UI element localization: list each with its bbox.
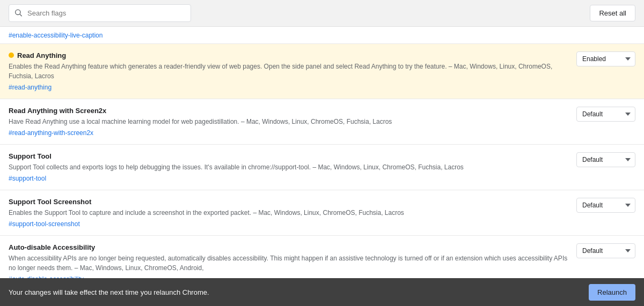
search-input[interactable] bbox=[9, 4, 191, 22]
svg-point-0 bbox=[16, 10, 20, 14]
flag-description-read-anything-with-screen2x: Have Read Anything use a local machine l… bbox=[9, 117, 568, 126]
flag-left-support-tool: Support ToolSupport Tool collects and ex… bbox=[9, 152, 568, 182]
flag-dropdown-support-tool[interactable]: DefaultEnabledDisabled bbox=[576, 152, 635, 167]
relaunch-button[interactable]: Relaunch bbox=[589, 284, 635, 301]
svg-line-1 bbox=[20, 14, 22, 16]
flag-title-row-support-tool-screenshot: Support Tool Screenshot bbox=[9, 198, 568, 208]
reset-all-button[interactable]: Reset all bbox=[590, 5, 635, 21]
flag-title-support-tool-screenshot: Support Tool Screenshot bbox=[9, 198, 91, 206]
flag-title-row-read-anything: Read Anything bbox=[9, 51, 568, 62]
flag-item-read-anything: Read AnythingEnables the Read Anything f… bbox=[0, 44, 644, 99]
flag-description-auto-disable-accessibility: When accessibility APIs are no longer be… bbox=[9, 253, 568, 273]
flag-description-support-tool-screenshot: Enables the Support Tool to capture and … bbox=[9, 208, 568, 218]
flag-dropdown-support-tool-screenshot[interactable]: DefaultEnabledDisabled bbox=[576, 198, 635, 213]
flag-control-auto-disable-accessibility: DefaultEnabledDisabled bbox=[576, 243, 635, 258]
flag-link-support-tool-screenshot[interactable]: #support-tool-screenshot bbox=[9, 220, 80, 228]
flag-link-read-anything[interactable]: #read-anything bbox=[9, 84, 52, 91]
flag-dropdown-read-anything[interactable]: DefaultEnabledDisabled bbox=[576, 51, 635, 66]
flag-title-read-anything: Read Anything bbox=[17, 51, 66, 59]
flag-title-row-read-anything-with-screen2x: Read Anything with Screen2x bbox=[9, 107, 568, 117]
flag-left-read-anything-with-screen2x: Read Anything with Screen2xHave Read Any… bbox=[9, 107, 568, 137]
flag-title-row-auto-disable-accessibility: Auto-disable Accessibility bbox=[9, 243, 568, 253]
flag-title-support-tool: Support Tool bbox=[9, 152, 52, 160]
flag-control-support-tool-screenshot: DefaultEnabledDisabled bbox=[576, 198, 635, 213]
flag-left-read-anything: Read AnythingEnables the Read Anything f… bbox=[9, 51, 568, 91]
flags-list: #enable-accessibility-live-caption Read … bbox=[0, 27, 644, 280]
flag-left-support-tool-screenshot: Support Tool ScreenshotEnables the Suppo… bbox=[9, 198, 568, 228]
flag-link-read-anything-with-screen2x[interactable]: #read-anything-with-screen2x bbox=[9, 129, 93, 137]
flag-item-support-tool-screenshot: Support Tool ScreenshotEnables the Suppo… bbox=[0, 190, 644, 236]
flag-item-read-anything-with-screen2x: Read Anything with Screen2xHave Read Any… bbox=[0, 99, 644, 145]
flag-item-auto-disable-accessibility: Auto-disable AccessibilityWhen accessibi… bbox=[0, 236, 644, 280]
flag-title-read-anything-with-screen2x: Read Anything with Screen2x bbox=[9, 107, 106, 115]
flag-dropdown-read-anything-with-screen2x[interactable]: DefaultEnabledDisabled bbox=[576, 107, 635, 122]
top-bar: Reset all bbox=[0, 0, 644, 27]
bottom-bar: Your changes will take effect the next t… bbox=[0, 278, 644, 306]
flag-left-auto-disable-accessibility: Auto-disable AccessibilityWhen accessibi… bbox=[9, 243, 568, 280]
flag-control-support-tool: DefaultEnabledDisabled bbox=[576, 152, 635, 167]
flag-link-support-tool[interactable]: #support-tool bbox=[9, 175, 46, 182]
accessibility-live-caption-link[interactable]: #enable-accessibility-live-caption bbox=[9, 32, 103, 39]
flag-description-read-anything: Enables the Read Anything feature which … bbox=[9, 62, 568, 81]
flag-title-auto-disable-accessibility: Auto-disable Accessibility bbox=[9, 243, 95, 251]
link-item-accessibility-live-caption: #enable-accessibility-live-caption bbox=[0, 27, 644, 44]
flag-dot-read-anything bbox=[9, 53, 14, 58]
flag-dropdown-auto-disable-accessibility[interactable]: DefaultEnabledDisabled bbox=[576, 243, 635, 258]
flag-title-row-support-tool: Support Tool bbox=[9, 152, 568, 162]
search-container bbox=[9, 4, 191, 22]
flag-control-read-anything: DefaultEnabledDisabled bbox=[576, 51, 635, 66]
flag-item-support-tool: Support ToolSupport Tool collects and ex… bbox=[0, 145, 644, 190]
flag-description-support-tool: Support Tool collects and exports logs t… bbox=[9, 162, 568, 172]
search-icon bbox=[14, 8, 23, 18]
flag-control-read-anything-with-screen2x: DefaultEnabledDisabled bbox=[576, 107, 635, 122]
relaunch-message: Your changes will take effect the next t… bbox=[9, 288, 209, 296]
